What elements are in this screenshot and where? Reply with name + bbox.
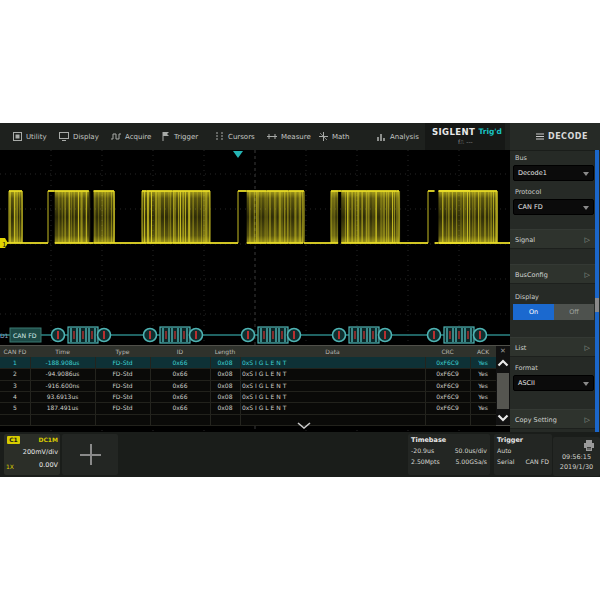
submenu-arrow-icon: ▷ bbox=[585, 236, 590, 244]
list-header: CAN FDTimeTypeIDLengthDataCRCACK bbox=[0, 346, 510, 357]
trigger-status: Trig'd bbox=[478, 127, 502, 136]
analysis-icon bbox=[377, 132, 386, 141]
close-icon[interactable]: ✕ bbox=[496, 346, 510, 357]
clock-date: 2019/1/30 bbox=[553, 463, 600, 471]
display-toggle[interactable]: On Off bbox=[513, 304, 594, 320]
menu-item-label: Acquire bbox=[125, 133, 151, 141]
format-select[interactable]: ASCII bbox=[513, 375, 594, 391]
list-scrollbar: ✕ bbox=[496, 346, 510, 425]
menu-item-label: Trigger bbox=[174, 133, 198, 141]
format-value: ASCII bbox=[518, 379, 535, 387]
chevron-down-icon bbox=[583, 172, 589, 176]
menu-item-label: Utility bbox=[26, 133, 47, 141]
menu-item-analysis[interactable]: Analysis bbox=[377, 123, 427, 150]
channel1-badge: C1 bbox=[7, 436, 20, 444]
signal-row[interactable]: Signal ▷ bbox=[510, 229, 595, 249]
decode-panel: DECODE Bus Decode1 Protocol CAN FD Signa… bbox=[510, 123, 600, 434]
math-icon bbox=[319, 132, 328, 141]
submenu-arrow-icon: ▷ bbox=[585, 271, 590, 279]
protocol-value: CAN FD bbox=[518, 203, 543, 211]
scroll-down-icon[interactable] bbox=[497, 414, 509, 422]
chevron-down-icon bbox=[583, 206, 589, 210]
scroll-up-icon[interactable] bbox=[497, 359, 509, 367]
frequency-counter: f⎍ --- bbox=[458, 138, 473, 146]
timebase-scale: 50.0us/div bbox=[455, 447, 487, 454]
protocol-select[interactable]: CAN FD bbox=[513, 199, 594, 215]
panel-scrollbar[interactable] bbox=[595, 150, 599, 434]
channel1-coupling: DC1M bbox=[38, 436, 58, 443]
toggle-off[interactable]: Off bbox=[554, 304, 594, 320]
display-label: Display bbox=[515, 293, 539, 301]
add-channel-button[interactable] bbox=[62, 434, 118, 475]
menu-item-math[interactable]: Math bbox=[319, 123, 369, 150]
acquire-icon bbox=[111, 132, 121, 141]
trigger-mode: Auto bbox=[497, 447, 511, 454]
timebase-rate: 5.00GSa/s bbox=[455, 458, 487, 465]
menu-item-display[interactable]: Display bbox=[59, 123, 109, 150]
menu-item-label: Math bbox=[332, 133, 350, 141]
protocol-label: Protocol bbox=[515, 188, 541, 196]
svg-text:1: 1 bbox=[2, 241, 6, 249]
decode-list-window: CAN FDTimeTypeIDLengthDataCRCACK 1-188.9… bbox=[0, 345, 510, 426]
display-icon bbox=[59, 132, 69, 141]
printer-icon bbox=[583, 440, 595, 451]
submenu-arrow-icon: ▷ bbox=[585, 416, 590, 424]
menu-item-cursors[interactable]: Cursors bbox=[215, 123, 265, 150]
channel1-box[interactable]: C1 DC1M 200mV/div 1X 0.00V bbox=[4, 434, 60, 475]
list-header-length: Length bbox=[210, 346, 240, 357]
menu-icon bbox=[536, 133, 544, 140]
menu-item-trigger[interactable]: Trigger bbox=[162, 123, 212, 150]
panel-title: DECODE bbox=[548, 132, 588, 141]
timebase-title: Timebase bbox=[411, 436, 446, 444]
timebase-delay: -20.9us bbox=[411, 447, 434, 454]
brand-box: SIGLENT Trig'd f⎍ --- bbox=[425, 123, 505, 150]
clock-box[interactable]: 09:56:15 2019/1/30 bbox=[553, 437, 600, 476]
list-row[interactable]: List ▷ bbox=[510, 337, 595, 357]
submenu-arrow-icon: ▷ bbox=[585, 344, 590, 352]
menu-item-label: Display bbox=[73, 133, 99, 141]
trigger-box[interactable]: Trigger Auto Serial CAN FD bbox=[494, 434, 552, 475]
trigger-bus: CAN FD bbox=[526, 458, 549, 465]
bus-select[interactable]: Decode1 bbox=[513, 165, 594, 181]
trigger-icon bbox=[162, 132, 170, 141]
svg-text:CAN FD: CAN FD bbox=[13, 332, 37, 339]
menu-item-measure[interactable]: Measure bbox=[267, 123, 317, 150]
trigger-title: Trigger bbox=[497, 436, 523, 444]
decode-panel-header: DECODE bbox=[510, 123, 600, 151]
svg-text:D1: D1 bbox=[0, 332, 9, 339]
menu-item-label: Analysis bbox=[390, 133, 419, 141]
brand-logo: SIGLENT bbox=[432, 127, 475, 137]
clock-time: 09:56:15 bbox=[553, 453, 600, 461]
timebase-box[interactable]: Timebase -20.9us 50.0us/div 2.50Mpts 5.0… bbox=[408, 434, 490, 475]
status-bar: C1 DC1M 200mV/div 1X 0.00V Timebase -20.… bbox=[0, 432, 600, 477]
timebase-points: 2.50Mpts bbox=[411, 458, 440, 465]
list-header-id: ID bbox=[150, 346, 210, 357]
channel1-probe: 1X bbox=[6, 463, 14, 470]
list-header-ack: ACK bbox=[470, 346, 496, 357]
channel1-offset: 0.00V bbox=[39, 461, 58, 469]
menu-item-utility[interactable]: Utility bbox=[13, 123, 63, 150]
collapse-menu-tab[interactable] bbox=[288, 420, 320, 430]
menu-item-acquire[interactable]: Acquire bbox=[111, 123, 161, 150]
cursors-icon bbox=[215, 132, 224, 141]
bus-label: Bus bbox=[515, 154, 527, 162]
panel-scrollbar-thumb[interactable] bbox=[595, 298, 599, 312]
list-header-crc: CRC bbox=[425, 346, 470, 357]
format-label: Format bbox=[515, 364, 538, 372]
trigger-type: Serial bbox=[497, 458, 515, 465]
plus-icon bbox=[90, 444, 92, 465]
list-label: List bbox=[515, 344, 526, 352]
toggle-on[interactable]: On bbox=[513, 304, 554, 320]
menu-item-label: Cursors bbox=[228, 133, 255, 141]
busconfig-row[interactable]: BusConfig ▷ bbox=[510, 264, 595, 284]
utility-icon bbox=[13, 132, 22, 141]
list-header-type: Type bbox=[95, 346, 150, 357]
chevron-down-icon bbox=[583, 382, 589, 386]
copy-setting-row[interactable]: Copy Setting ▷ bbox=[510, 409, 595, 429]
copy-setting-label: Copy Setting bbox=[515, 416, 557, 424]
list-scrollbar-thumb[interactable] bbox=[497, 373, 509, 409]
measure-icon bbox=[267, 132, 277, 141]
waveform-area: 1D1CAN FD CAN FDTimeTypeIDLengthDataCRCA… bbox=[0, 150, 510, 432]
busconfig-label: BusConfig bbox=[515, 271, 548, 279]
menu-item-label: Measure bbox=[281, 133, 311, 141]
